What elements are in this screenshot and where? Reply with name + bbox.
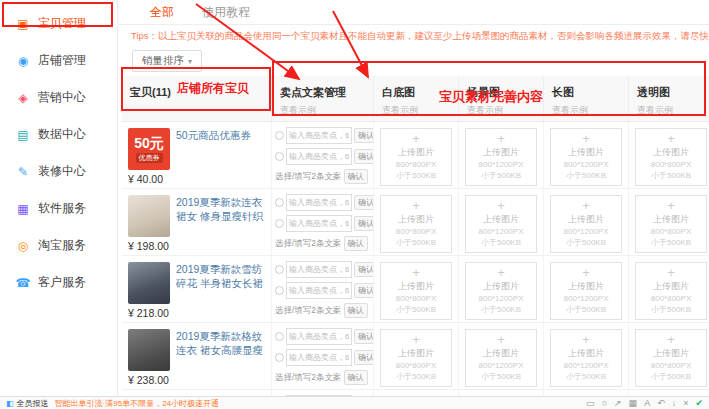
upload-box[interactable]: +上传图片800*1200PX小于500KB (550, 195, 622, 253)
tab-tutorial[interactable]: 使用教程 (202, 4, 250, 21)
upload-box[interactable]: +上传图片800*800PX小于500KB (380, 262, 452, 320)
plus-icon: + (466, 333, 536, 346)
selling-point-input[interactable] (286, 127, 352, 144)
rect-tool-icon[interactable]: ▭ (586, 398, 595, 408)
confirm-button[interactable]: 确认 (344, 370, 368, 385)
radio-button[interactable] (275, 219, 284, 228)
circle-tool-icon[interactable]: ○ (602, 398, 607, 408)
upload-box[interactable]: +上传图片800*1200PX小于500KB (465, 195, 537, 253)
confirm-button[interactable]: 确认 (344, 303, 368, 318)
confirm-chip[interactable]: 确认 (354, 329, 374, 344)
upload-box[interactable]: +上传图片800*1200PX小于500KB (550, 262, 622, 320)
upload-cell-white-bg: +上传图片800*800PX小于500KB (374, 256, 459, 322)
copy-hint-text: 选择/填写2条文案 (275, 238, 342, 250)
sidebar-item-software-service[interactable]: ▦软件服务 (0, 190, 117, 227)
radio-button[interactable] (275, 353, 284, 362)
radio-button[interactable] (275, 198, 284, 207)
radio-button[interactable] (275, 152, 284, 161)
upload-box[interactable]: +上传图片800*800PX小于500KB (380, 195, 452, 253)
selling-point-row: 确认 (275, 215, 370, 232)
text-tool-icon[interactable]: A (644, 398, 650, 408)
product-title-link[interactable]: 50元商品优惠券 (176, 128, 265, 158)
product-image (128, 329, 170, 371)
confirm-chip[interactable]: 确认 (354, 350, 374, 365)
column-header-product: 宝贝(11) (122, 76, 272, 121)
copy-hint-row: 选择/填写2条文案确认取消 (275, 370, 370, 385)
close-tool-icon[interactable]: × (683, 398, 688, 408)
upload-box[interactable]: +上传图片800*1200PX小于500KB (465, 128, 537, 186)
product-cell: 2019夏季新款雪纺碎花 半身裙女长裙高腰A字裙¥ 218.00ID:59700… (122, 256, 272, 322)
sidebar-item-label: 数据中心 (38, 126, 86, 143)
upload-label: 上传图片 (636, 213, 706, 226)
upload-spec-limit: 小于500KB (551, 305, 621, 315)
download-tool-icon[interactable]: ↓ (672, 398, 677, 408)
upload-cell-scene: +上传图片800*1200PX小于500KB (459, 256, 544, 322)
confirm-chip[interactable]: 确认 (354, 283, 374, 298)
sidebar-item-product-manage[interactable]: ▣宝贝管理 (0, 5, 117, 42)
selling-point-input[interactable] (286, 282, 352, 299)
radio-button[interactable] (275, 265, 284, 274)
upload-box[interactable]: +上传图片800*800PX小于500KB (380, 128, 452, 186)
column-example-link[interactable]: 查看示例 (552, 104, 620, 117)
upload-spec-size: 800*800PX (381, 361, 451, 371)
upload-box[interactable]: +上传图片800*800PX小于500KB (635, 195, 707, 253)
sidebar-item-marketing-center[interactable]: ◈营销中心 (0, 79, 117, 116)
confirm-chip[interactable]: 确认 (354, 149, 374, 164)
coupon-image: 50元优惠券 (128, 128, 170, 170)
confirm-chip[interactable]: 确认 (354, 128, 374, 143)
radio-button[interactable] (275, 131, 284, 140)
plus-icon: + (466, 199, 536, 212)
upload-box[interactable]: +上传图片800*1200PX小于500KB (465, 262, 537, 320)
product-title-link[interactable]: 2019夏季新款连衣裙女 修身显瘦针织T恤中长款 (176, 195, 265, 225)
upload-box[interactable]: +上传图片800*800PX小于500KB (380, 329, 452, 387)
undo-tool-icon[interactable]: ↶ (657, 398, 665, 408)
product-title-link[interactable]: 2019夏季新款格纹连衣 裙女高腰显瘦少女风裙 (176, 329, 265, 359)
sidebar-item-customer-service[interactable]: ☎客户服务 (0, 264, 117, 301)
product-title-link[interactable]: 2019夏季新款雪纺碎花 半身裙女长裙高腰A字裙 (176, 262, 265, 292)
confirm-chip[interactable]: 确认 (354, 262, 374, 277)
upload-spec-size: 800*800PX (381, 294, 451, 304)
upload-cell-long: +上传图片800*1200PX小于500KB (544, 323, 629, 389)
sidebar-item-shop-manage[interactable]: ◉店铺管理 (0, 42, 117, 79)
arrow-tool-icon[interactable]: ↗ (614, 398, 622, 408)
confirm-chip[interactable]: 确认 (354, 216, 374, 231)
upload-spec-size: 800*1200PX (551, 294, 621, 304)
upload-box[interactable]: +上传图片800*800PX小于500KB (635, 329, 707, 387)
sidebar-item-taobao-service[interactable]: ◎淘宝服务 (0, 227, 117, 264)
sidebar-item-decorate-center[interactable]: ✎装修中心 (0, 153, 117, 190)
upload-box[interactable]: +上传图片800*1200PX小于500KB (550, 128, 622, 186)
radio-button[interactable] (275, 286, 284, 295)
selling-point-input[interactable] (286, 328, 352, 345)
selling-point-input[interactable] (286, 215, 352, 232)
copy-cell: 确认确认选择/填写2条文案确认取消 (272, 189, 374, 255)
column-example-link[interactable]: 查看示例 (382, 104, 450, 117)
mosaic-tool-icon[interactable]: ▦ (629, 398, 638, 408)
selling-point-input[interactable] (286, 194, 352, 211)
selling-point-input[interactable] (286, 261, 352, 278)
upload-cell-scene: +上传图片800*1200PX小于500KB (459, 323, 544, 389)
selling-point-input[interactable] (286, 148, 352, 165)
sidebar: ▣宝贝管理◉店铺管理◈营销中心▤数据中心✎装修中心▦软件服务◎淘宝服务☎客户服务 (0, 0, 118, 409)
coupon-amount: 50元 (134, 136, 164, 151)
upload-label: 上传图片 (551, 280, 621, 293)
confirm-chip[interactable]: 确认 (354, 195, 374, 210)
sort-button[interactable]: 销量排序 ▾ (132, 50, 202, 72)
upload-box[interactable]: +上传图片800*800PX小于500KB (635, 262, 707, 320)
product-id: ID:595625353801 (128, 254, 265, 255)
upload-box[interactable]: +上传图片800*800PX小于500KB (635, 128, 707, 186)
tab-all[interactable]: 全部 (150, 4, 174, 21)
column-example-link[interactable]: 查看示例 (467, 104, 535, 117)
sidebar-item-data-center[interactable]: ▤数据中心 (0, 116, 117, 153)
confirm-tool-icon[interactable]: ✔ (695, 398, 703, 408)
table-row: 2019夏季新款雪纺碎花 半身裙女长裙高腰A字裙¥ 218.00ID:59700… (122, 256, 709, 323)
column-example-link[interactable]: 查看示例 (637, 104, 705, 117)
column-example-link[interactable]: 查看示例 (280, 104, 365, 117)
upload-box[interactable]: +上传图片800*1200PX小于500KB (550, 329, 622, 387)
tab-bar: 全部 使用教程 (119, 0, 709, 25)
radio-button[interactable] (275, 332, 284, 341)
selling-point-input[interactable] (286, 349, 352, 366)
upload-box[interactable]: +上传图片800*1200PX小于500KB (465, 329, 537, 387)
confirm-button[interactable]: 确认 (344, 169, 368, 184)
copy-hint-row: 选择/填写2条文案确认取消 (275, 303, 370, 318)
confirm-button[interactable]: 确认 (344, 236, 368, 251)
